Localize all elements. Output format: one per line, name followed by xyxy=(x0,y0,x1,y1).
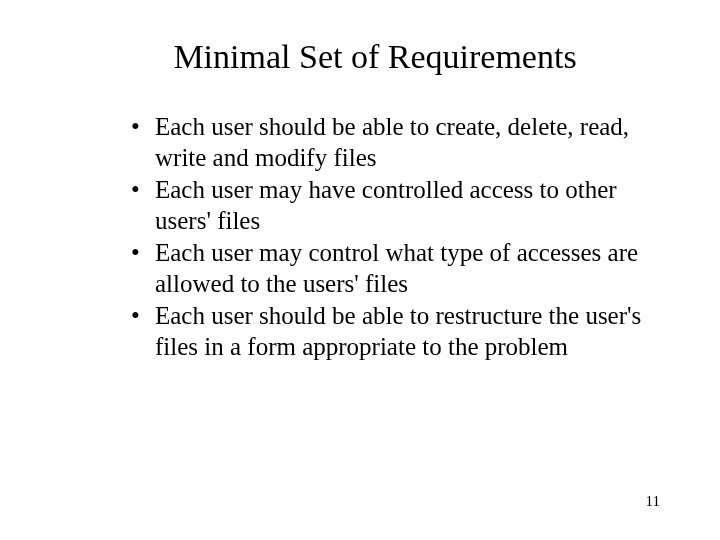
list-item: Each user may have controlled access to … xyxy=(155,175,650,236)
bullet-list: Each user should be able to create, dele… xyxy=(60,112,660,362)
page-number: 11 xyxy=(646,493,660,510)
list-item: Each user should be able to restructure … xyxy=(155,301,650,362)
slide-title: Minimal Set of Requirements xyxy=(60,38,660,76)
list-item: Each user may control what type of acces… xyxy=(155,238,650,299)
list-item: Each user should be able to create, dele… xyxy=(155,112,650,173)
